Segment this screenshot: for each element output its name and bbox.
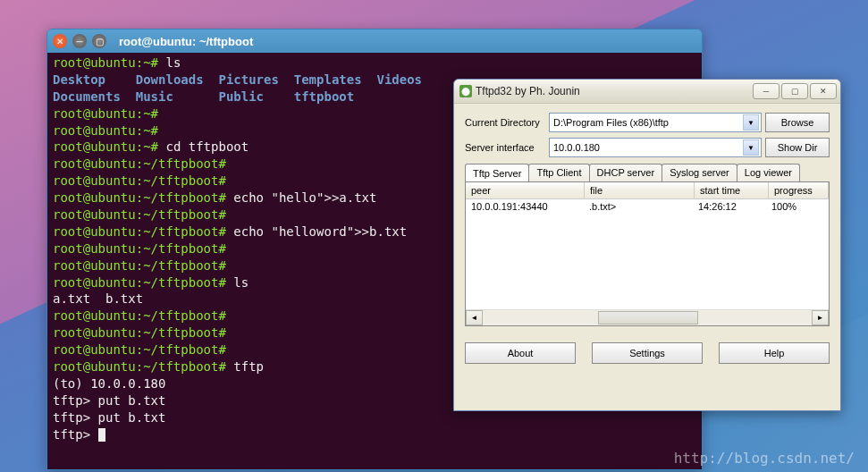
server-interface-combo[interactable]: 10.0.0.180 ▼ [549,138,762,157]
table-row[interactable]: 10.0.0.191:43440 .b.txt> 14:26:12 100% [466,199,829,214]
terminal-title: root@ubuntu: ~/tftpboot [119,35,253,48]
tftpd32-titlebar[interactable]: ⬤ Tftpd32 by Ph. Jounin ─ ▢ ✕ [454,80,840,104]
col-start-time[interactable]: start time [695,182,769,198]
chevron-down-icon[interactable]: ▼ [743,114,759,131]
server-interface-label: Server interface [465,142,545,153]
maximize-icon[interactable]: ▢ [92,34,106,48]
col-progress[interactable]: progress [769,182,829,198]
horizontal-scrollbar[interactable]: ◄ ► [466,309,829,325]
current-directory-combo[interactable]: D:\Program Files (x86)\tftp ▼ [549,113,762,132]
col-peer[interactable]: peer [466,182,585,198]
about-button[interactable]: About [465,342,576,364]
col-file[interactable]: file [585,182,695,198]
browse-button[interactable]: Browse [765,113,830,132]
tftpd32-title: Tftpd32 by Ph. Jounin [476,85,753,97]
terminal-titlebar[interactable]: ✕ ─ ▢ root@ubuntu: ~/tftpboot [47,30,702,53]
cursor [98,428,105,442]
tab-log-viewer[interactable]: Log viewer [737,164,800,182]
tab-dhcp-server[interactable]: DHCP server [589,164,663,182]
chevron-down-icon[interactable]: ▼ [743,139,759,156]
current-directory-label: Current Directory [465,117,545,128]
scroll-right-icon[interactable]: ► [812,310,829,325]
tftpd32-window: ⬤ Tftpd32 by Ph. Jounin ─ ▢ ✕ Current Di… [453,79,841,411]
scroll-left-icon[interactable]: ◄ [466,310,483,325]
close-icon[interactable]: ✕ [53,34,67,48]
app-icon: ⬤ [459,85,472,97]
tab-syslog-server[interactable]: Syslog server [662,164,737,182]
watermark: http://blog.csdn.net/ [674,450,855,467]
tab-tftp-client[interactable]: Tftp Client [528,164,589,182]
minimize-icon[interactable]: ─ [753,83,780,99]
minimize-icon[interactable]: ─ [72,34,87,48]
showdir-button[interactable]: Show Dir [765,138,830,157]
help-button[interactable]: Help [719,342,830,364]
close-icon[interactable]: ✕ [810,83,837,99]
settings-button[interactable]: Settings [592,342,703,364]
maximize-icon[interactable]: ▢ [781,83,808,99]
transfer-list: peer file start time progress 10.0.0.191… [465,181,830,326]
tab-tftp-server[interactable]: Tftp Server [465,164,529,182]
scroll-thumb[interactable] [598,311,698,324]
